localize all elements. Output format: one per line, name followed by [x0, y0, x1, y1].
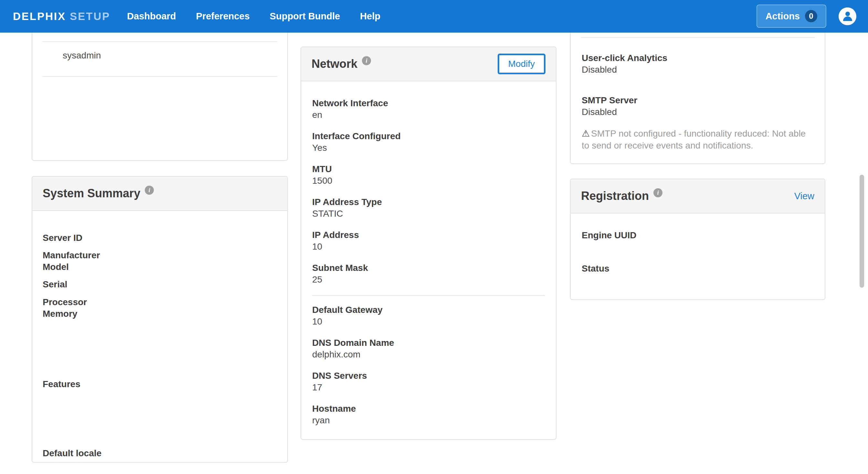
- field-label: Default Gateway: [312, 304, 545, 316]
- nav-links: Dashboard Preferences Support Bundle Hel…: [127, 11, 380, 22]
- field-label: Interface Configured: [312, 130, 545, 142]
- field-subnet-mask: Subnet Mask 25: [312, 262, 545, 285]
- divider: [312, 295, 545, 296]
- brand-primary: DELPHIX: [13, 10, 66, 23]
- network-body: Network Interface en Interface Configure…: [301, 81, 556, 426]
- actions-button-label: Actions: [766, 11, 800, 22]
- nav-item-preferences[interactable]: Preferences: [196, 11, 250, 22]
- registration-card: Registration i View Engine UUID Status: [570, 178, 825, 300]
- field-user-click-analytics: User-click Analytics Disabled: [582, 52, 667, 75]
- field-label: Server ID: [43, 232, 83, 244]
- field-label: Processor: [43, 296, 87, 308]
- user-avatar-icon: [841, 9, 854, 24]
- field-label: IP Address: [312, 229, 545, 241]
- field-label: Default locale: [43, 447, 101, 459]
- field-label: Subnet Mask: [312, 262, 545, 274]
- field-label: SMTP Server: [582, 95, 637, 106]
- field-value: Disabled: [582, 64, 667, 75]
- field-label: DNS Servers: [312, 370, 545, 382]
- network-title: Network: [312, 57, 358, 71]
- field-status: Status: [582, 263, 610, 274]
- system-summary-card: System Summary i Server ID Manufacturer …: [32, 176, 288, 463]
- field-features: Features: [43, 378, 81, 390]
- field-value: 10: [312, 241, 545, 252]
- network-header: Network i Modify: [301, 47, 556, 81]
- field-smtp-server: SMTP Server Disabled: [582, 95, 637, 118]
- field-hostname: Hostname ryan: [312, 403, 545, 426]
- field-label: MTU: [312, 163, 545, 175]
- field-label: User-click Analytics: [582, 52, 667, 64]
- info-icon[interactable]: i: [145, 185, 154, 195]
- field-value: 1500: [312, 175, 545, 187]
- field-value: en: [312, 109, 545, 121]
- field-value: 25: [312, 274, 545, 285]
- system-summary-title: System Summary: [43, 187, 140, 200]
- field-dns-domain-name: DNS Domain Name delphix.com: [312, 337, 545, 360]
- network-modify-button[interactable]: Modify: [498, 54, 546, 74]
- field-processor-memory: Processor Memory: [43, 296, 87, 320]
- field-value: Disabled: [582, 106, 637, 118]
- field-mtu: MTU 1500: [312, 163, 545, 187]
- nav-item-support-bundle[interactable]: Support Bundle: [270, 11, 340, 22]
- delphix-setup-logo: DELPHIX SETUP: [13, 10, 110, 23]
- field-network-interface: Network Interface en: [312, 98, 545, 121]
- brand-secondary: SETUP: [70, 10, 110, 23]
- nav-item-dashboard[interactable]: Dashboard: [127, 11, 176, 22]
- field-label: IP Address Type: [312, 196, 545, 208]
- field-value: ryan: [312, 415, 545, 426]
- field-value: 17: [312, 382, 545, 393]
- smtp-warning-text: SMTP not configured - functionality redu…: [582, 129, 806, 150]
- actions-button[interactable]: Actions 0: [756, 4, 826, 28]
- field-manufacturer-model: Manufacturer Model: [43, 249, 100, 273]
- field-label: Manufacturer: [43, 249, 100, 261]
- info-icon[interactable]: i: [362, 56, 371, 65]
- registration-view-link[interactable]: View: [794, 191, 814, 201]
- field-interface-configured: Interface Configured Yes: [312, 130, 545, 154]
- field-dns-servers: DNS Servers 17: [312, 370, 545, 393]
- field-engine-uuid: Engine UUID: [582, 230, 637, 241]
- field-label: Model: [43, 261, 100, 273]
- field-label: Memory: [43, 308, 87, 320]
- field-label: DNS Domain Name: [312, 337, 545, 349]
- registration-title: Registration: [581, 189, 649, 203]
- warning-icon: ⚠: [582, 129, 590, 138]
- field-label: Engine UUID: [582, 230, 637, 241]
- divider: [581, 37, 815, 38]
- page-scrollbar-thumb[interactable]: [860, 175, 864, 288]
- field-label: Features: [43, 378, 81, 390]
- info-icon[interactable]: i: [653, 188, 662, 197]
- field-value: STATIC: [312, 208, 545, 219]
- system-summary-body: Server ID Manufacturer Model Serial Proc…: [32, 211, 287, 463]
- page: DELPHIX SETUP Dashboard Preferences Supp…: [0, 0, 868, 474]
- divider: [42, 41, 277, 42]
- actions-count-badge: 0: [805, 10, 817, 22]
- field-value: 10: [312, 316, 545, 328]
- registration-header: Registration i View: [571, 179, 825, 213]
- registration-body: Engine UUID Status: [571, 213, 825, 299]
- field-label: Status: [582, 263, 610, 274]
- field-ip-address: IP Address 10: [312, 229, 545, 252]
- field-server-id: Server ID: [43, 232, 83, 244]
- network-card: Network i Modify Network Interface en In…: [301, 46, 556, 440]
- top-navbar: DELPHIX SETUP Dashboard Preferences Supp…: [0, 0, 868, 33]
- field-label: Serial: [43, 279, 67, 290]
- smtp-warning: ⚠SMTP not configured - functionality red…: [582, 128, 813, 151]
- divider: [42, 76, 277, 77]
- field-ip-address-type: IP Address Type STATIC: [312, 196, 545, 219]
- field-value: delphix.com: [312, 349, 545, 360]
- user-row-sysadmin[interactable]: sysadmin: [63, 50, 101, 61]
- user-avatar-button[interactable]: [839, 7, 856, 25]
- system-summary-header: System Summary i: [32, 177, 287, 211]
- field-serial: Serial: [43, 279, 67, 290]
- nav-item-help[interactable]: Help: [360, 11, 380, 22]
- field-default-gateway: Default Gateway 10: [312, 304, 545, 328]
- field-label: Network Interface: [312, 98, 545, 109]
- field-value: Yes: [312, 142, 545, 154]
- field-default-locale: Default locale: [43, 447, 101, 459]
- field-label: Hostname: [312, 403, 545, 415]
